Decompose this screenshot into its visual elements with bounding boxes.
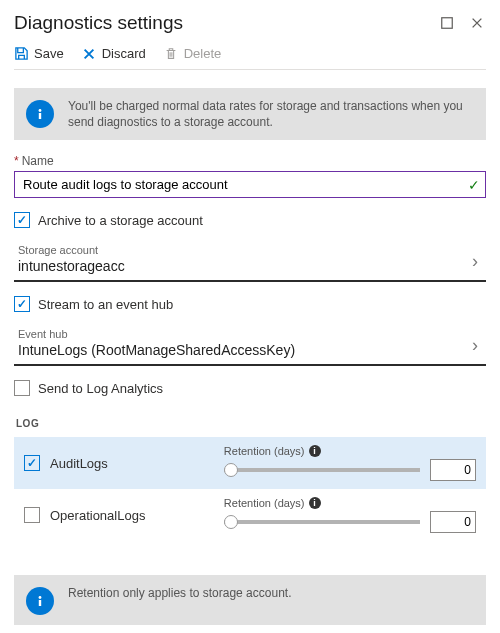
archive-checkbox[interactable] [14, 212, 30, 228]
event-hub-picker[interactable]: Event hub IntuneLogs (RootManageSharedAc… [14, 322, 486, 366]
info-icon [26, 587, 54, 615]
info-billing-text: You'll be charged normal data rates for … [68, 98, 474, 130]
discard-label: Discard [102, 46, 146, 61]
svg-rect-2 [39, 113, 41, 119]
auditlogs-retention-input[interactable] [430, 459, 476, 481]
log-section-title: LOG [16, 418, 486, 429]
info-retention-text: Retention only applies to storage accoun… [68, 585, 291, 601]
auditlogs-label: AuditLogs [50, 456, 108, 471]
save-label: Save [34, 46, 64, 61]
command-bar: Save Discard Delete [14, 42, 486, 70]
discard-button[interactable]: Discard [82, 46, 146, 61]
storage-label: Storage account [18, 244, 468, 256]
log-row-auditlogs: AuditLogs Retention (days) i [14, 437, 486, 489]
save-icon [14, 46, 29, 61]
operationallogs-retention-slider[interactable] [224, 517, 420, 527]
stream-label: Stream to an event hub [38, 297, 173, 312]
stream-checkbox-row[interactable]: Stream to an event hub [14, 296, 486, 312]
log-row-operationallogs: OperationalLogs Retention (days) i [14, 489, 486, 541]
retention-label: Retention (days) [224, 497, 305, 509]
storage-value: intunestorageacc [18, 258, 468, 274]
eventhub-value: IntuneLogs (RootManageSharedAccessKey) [18, 342, 468, 358]
svg-point-1 [39, 109, 42, 112]
delete-label: Delete [184, 46, 222, 61]
storage-account-picker[interactable]: Storage account intunestorageacc › [14, 238, 486, 282]
info-icon [26, 100, 54, 128]
save-button[interactable]: Save [14, 46, 64, 61]
info-small-icon[interactable]: i [309, 445, 321, 457]
operationallogs-checkbox[interactable] [24, 507, 40, 523]
restore-icon[interactable] [438, 14, 456, 32]
eventhub-label: Event hub [18, 328, 468, 340]
svg-point-3 [39, 596, 42, 599]
valid-icon: ✓ [468, 177, 480, 193]
archive-checkbox-row[interactable]: Archive to a storage account [14, 212, 486, 228]
archive-label: Archive to a storage account [38, 213, 203, 228]
info-billing: You'll be charged normal data rates for … [14, 88, 486, 140]
info-small-icon[interactable]: i [309, 497, 321, 509]
loganalytics-label: Send to Log Analytics [38, 381, 163, 396]
auditlogs-checkbox[interactable] [24, 455, 40, 471]
name-input[interactable] [14, 171, 486, 198]
name-label: *Name [14, 154, 486, 168]
loganalytics-checkbox[interactable] [14, 380, 30, 396]
blade-header: Diagnostics settings [14, 10, 486, 42]
retention-label: Retention (days) [224, 445, 305, 457]
close-icon[interactable] [468, 14, 486, 32]
auditlogs-retention-slider[interactable] [224, 465, 420, 475]
discard-icon [82, 46, 97, 61]
loganalytics-checkbox-row[interactable]: Send to Log Analytics [14, 380, 486, 396]
delete-button: Delete [164, 46, 222, 61]
chevron-right-icon: › [468, 251, 482, 274]
chevron-right-icon: › [468, 335, 482, 358]
stream-checkbox[interactable] [14, 296, 30, 312]
operationallogs-label: OperationalLogs [50, 508, 145, 523]
page-title: Diagnostics settings [14, 12, 426, 34]
delete-icon [164, 46, 179, 61]
operationallogs-retention-input[interactable] [430, 511, 476, 533]
svg-rect-0 [442, 18, 453, 29]
info-retention: Retention only applies to storage accoun… [14, 575, 486, 625]
svg-rect-4 [39, 600, 41, 606]
